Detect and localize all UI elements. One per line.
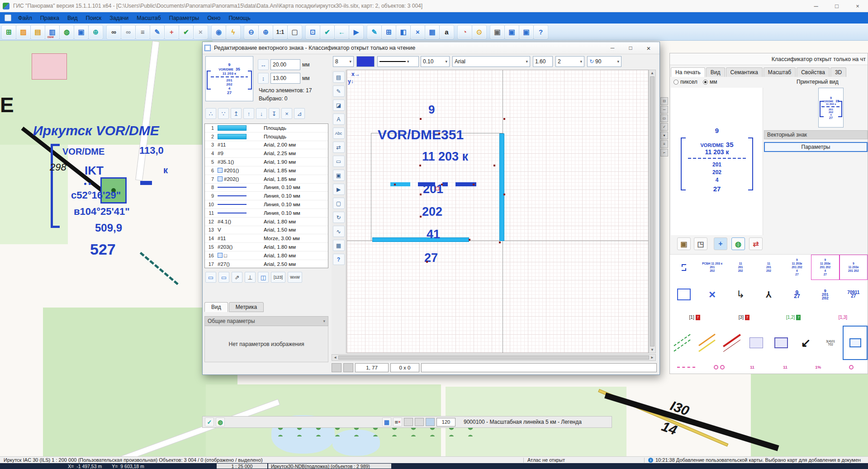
angle-select[interactable]: ↻90▾ [587,56,621,67]
export-sign-icon[interactable]: ▣ [677,237,691,250]
palette-cell-marks[interactable] [670,255,698,280]
mini-button[interactable]: ✓ [660,123,668,131]
attribute-table-icon[interactable]: ▦ [425,25,439,39]
selected-line-horizontal[interactable] [372,237,469,242]
palette-cell-vordme-sign-partial[interactable]: 9 11 203к 201 202 [840,255,868,280]
canvas-text-201[interactable]: 201 [423,182,443,196]
menu-help[interactable]: Помощь [224,14,254,23]
digits-icon[interactable]: [123] [271,272,285,283]
help-icon[interactable]: ? [534,25,548,39]
print-icon[interactable]: ▣ [490,25,504,39]
apply-icon[interactable]: ✔ [320,25,334,39]
select-rect-tool-icon[interactable]: ▢ [333,198,345,209]
points-add-icon[interactable]: ∴ [205,108,216,119]
scroll-left-icon[interactable]: ◄ [333,355,337,360]
vertex-handle[interactable] [394,184,396,185]
status-button[interactable] [343,363,353,372]
table-row[interactable]: 11Линия, 0.10 мм [205,209,328,218]
print-list-icon[interactable]: ▣ [519,25,533,39]
palette-cell-green-dashes[interactable] [670,326,695,360]
tab-metric[interactable]: Метрика [229,302,264,312]
menu-tasks[interactable]: Задачи [105,14,133,23]
font-size-select[interactable]: 8▾ [333,56,354,67]
palette-cell-9-201-202[interactable]: 9 201 202 [811,280,839,309]
tab-3d[interactable]: 3D [830,67,846,77]
color-swatch[interactable] [356,56,375,67]
font-family-select[interactable]: Arial▾ [452,56,530,67]
mirror-tool-icon[interactable]: ⇄ [333,142,345,153]
search-remove-icon[interactable]: ∞ [121,25,135,39]
palette-cell-percent[interactable]: 1% [802,360,835,374]
dialog-minimize-button[interactable]: ─ [603,43,621,53]
save-tool-icon[interactable]: ▤ [333,71,345,83]
common-params-header[interactable]: Общие параметры▾ [204,316,328,326]
palette-cell-code-1[interactable]: [1]7 [670,309,719,326]
save-icon[interactable]: ▤ [31,25,45,39]
hscroll-thumb[interactable] [338,355,649,360]
menu-window[interactable]: Окно [203,14,224,23]
canvas-text-9[interactable]: 9 [428,103,435,117]
palette-cell-code-12[interactable]: [1,2]7 [769,309,818,326]
legend-globe-icon[interactable]: ◍ [216,417,225,426]
palette-cell-lavender-square[interactable] [744,326,769,360]
mini-button[interactable]: ─ [660,106,668,114]
table-row[interactable]: 13VArial, 1.50 мм [205,226,328,235]
vertex-handle[interactable] [441,184,443,185]
dual-screen-icon[interactable]: ◫ [258,272,269,283]
move-bottom-icon[interactable]: ↧ [269,108,280,119]
canvas-hscrollbar[interactable]: ◄► [332,354,656,361]
screen-2-icon[interactable]: ▭ [218,272,229,283]
mini-button[interactable]: ▾ [660,132,668,139]
text-label-icon[interactable]: a [440,25,454,39]
minimize-button[interactable]: ─ [806,0,826,12]
palette-cell-lavender-square-2[interactable] [769,326,794,360]
dialog-maximize-button[interactable]: □ [621,43,640,53]
menu-file[interactable]: Файл [14,14,36,23]
palette-cell-rsbn[interactable]: РСБН 11 203 к 201 202 [698,255,726,280]
map-close-icon[interactable]: × [411,25,425,39]
palette-cell-orange-lines[interactable] [695,326,720,360]
text-abc-tool-icon[interactable]: Abc [333,128,345,139]
palette-cell-9-27[interactable]: 9 27 [783,280,811,309]
table-row[interactable]: 17#27()Arial, 2.50 мм [205,260,328,268]
table-row[interactable]: 2Площадь [205,133,328,141]
palette-cell-bent-arrow[interactable]: ↳ [726,280,754,309]
move-up-icon[interactable]: ↑ [243,108,254,119]
palette-icon[interactable]: ◔ [458,25,472,39]
line-width-select[interactable]: 0.10▾ [421,56,450,67]
tab-properties[interactable]: Свойства [797,67,830,77]
remove-element-icon[interactable]: × [281,108,292,119]
vertex-handle[interactable] [499,242,501,243]
selected-line-vertical[interactable] [499,133,504,241]
vertex-handle[interactable] [493,165,495,166]
table-row[interactable]: 8Линия, 0.10 мм [205,184,328,192]
zoom-out-icon[interactable]: ⊖ [244,25,258,39]
layers-icon[interactable]: ▣ [74,25,88,39]
tab-view[interactable]: Вид [706,67,725,77]
vertex-handle[interactable] [438,133,440,134]
parameters-button[interactable]: Параметры [764,142,868,152]
geoportal-icon[interactable]: ◍ [60,25,74,39]
palette-cell-code-3[interactable]: [3]7 [719,309,768,326]
palette-cell-vordme-sign[interactable]: 9 11 203к 201 202 4 27 [783,255,811,280]
legend-box[interactable] [404,418,413,426]
legend-list-remove-icon[interactable]: ≡× [393,417,402,426]
palette-cell-cross-arrows[interactable]: × [698,280,726,309]
scroll-up-icon[interactable]: ▲ [650,71,654,75]
menu-view[interactable]: Вид [63,14,82,23]
scroll-right-icon[interactable]: ► [650,355,654,360]
tab-view[interactable]: Вид [204,302,228,312]
canvas-vscrollbar[interactable]: ▲▼ [649,70,656,353]
pointer-icon[interactable]: ▶ [349,25,363,39]
vertex-handle[interactable] [420,216,422,218]
palette-cell-pink-dashes[interactable] [670,360,703,374]
screen-icon[interactable]: ▭ [205,272,216,283]
select-area-icon[interactable]: ▢ [288,25,302,39]
database-icon[interactable]: ▥DBM [45,25,59,39]
menu-edit[interactable]: Правка [36,14,63,23]
canvas-text-41[interactable]: 41 [427,227,440,242]
map-view-icon[interactable]: ◧ [396,25,410,39]
globe-mode-icon[interactable]: ◍ [731,237,745,250]
exchange-icon[interactable]: ⇄ [749,237,763,250]
dialog-close-button[interactable]: × [640,43,658,53]
